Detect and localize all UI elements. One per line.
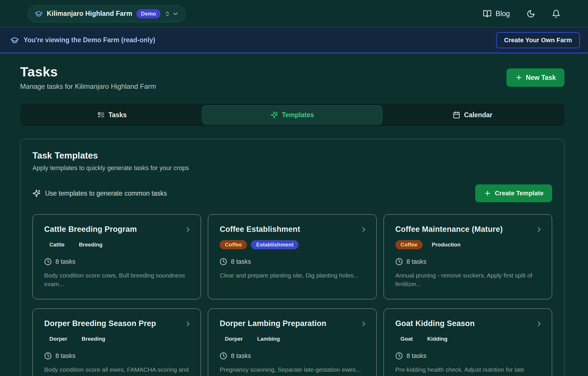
- view-tabs: Tasks Templates Calendar: [20, 104, 564, 126]
- farm-selector[interactable]: Kilimanjaro Highland Farm Demo: [28, 5, 185, 22]
- template-badges: CoffeeEstablishment: [220, 240, 365, 249]
- template-card[interactable]: Dorper Lambing Preparation DorperLambing…: [208, 308, 376, 376]
- moon-icon: [527, 9, 535, 18]
- chevron-down-icon: [172, 10, 179, 17]
- clock-icon: [395, 352, 403, 360]
- template-badges: GoatKidding: [395, 334, 540, 344]
- template-task-count: 8 tasks: [55, 352, 76, 360]
- create-your-own-farm-button[interactable]: Create Your Own Farm: [496, 32, 580, 48]
- template-badges: CoffeeProduction: [395, 240, 540, 249]
- clock-icon: [220, 352, 227, 360]
- graduation-cap-icon: [35, 10, 43, 18]
- create-template-button[interactable]: Create Template: [475, 184, 552, 202]
- farm-name: Kilimanjaro Highland Farm: [47, 10, 132, 18]
- chevron-right-icon: [360, 225, 368, 234]
- blog-label: Blog: [496, 9, 510, 18]
- tab-calendar[interactable]: Calendar: [382, 105, 563, 124]
- template-badge: Production: [427, 240, 466, 249]
- template-badge: Kidding: [422, 334, 453, 344]
- graduation-cap-icon: [10, 36, 19, 45]
- chevron-right-icon: [184, 225, 192, 234]
- tab-templates[interactable]: Templates: [202, 105, 382, 124]
- chevron-right-icon: [184, 320, 192, 328]
- template-description: Clear and prepare planting site, Dig pla…: [220, 271, 365, 280]
- template-badge: Cattle: [44, 240, 70, 249]
- blog-link[interactable]: Blog: [483, 9, 510, 18]
- chevrons-up-down-icon: [165, 11, 170, 17]
- top-header: Kilimanjaro Highland Farm Demo Blog: [0, 0, 588, 28]
- demo-badge: Demo: [136, 9, 161, 18]
- template-task-count: 8 tasks: [407, 258, 427, 265]
- clock-icon: [44, 352, 52, 360]
- clock-icon: [44, 258, 52, 265]
- template-description: Body condition score all ewes, FAMACHA s…: [44, 365, 189, 376]
- template-task-count: 8 tasks: [55, 258, 76, 265]
- template-badges: DorperBreeding: [44, 334, 189, 344]
- template-description: Annual pruning - remove suckers, Apply f…: [395, 271, 540, 289]
- template-title: Coffee Maintenance (Mature): [395, 225, 540, 234]
- chevron-right-icon: [535, 320, 543, 328]
- template-description: Pregnancy scanning, Separate late-gestat…: [220, 365, 365, 374]
- template-cards-grid: Cattle Breeding Program CattleBreeding 8…: [32, 214, 552, 376]
- demo-banner: You're viewing the Demo Farm (read-only)…: [0, 28, 588, 53]
- template-card[interactable]: Cattle Breeding Program CattleBreeding 8…: [32, 214, 201, 299]
- template-badge: Goat: [395, 334, 418, 344]
- template-badge: Coffee: [220, 240, 247, 249]
- template-badge: Breeding: [76, 334, 110, 344]
- template-badge: Breeding: [74, 240, 108, 249]
- section-subtitle: Apply templates to quickly generate task…: [32, 164, 552, 172]
- template-badge: Dorper: [220, 334, 248, 344]
- sparkles-icon: [32, 189, 40, 197]
- clock-icon: [220, 258, 227, 265]
- template-title: Dorper Lambing Preparation: [220, 319, 365, 328]
- clock-icon: [395, 258, 403, 265]
- book-open-icon: [483, 9, 492, 18]
- template-badge: Dorper: [44, 334, 72, 344]
- plus-icon: [515, 74, 523, 81]
- template-task-count: 8 tasks: [407, 352, 427, 360]
- template-title: Cattle Breeding Program: [44, 225, 189, 234]
- template-description: Pre-kidding health check, Adjust nutriti…: [395, 365, 540, 376]
- template-badges: CattleBreeding: [44, 240, 189, 249]
- bell-icon: [552, 9, 560, 18]
- plus-icon: [484, 190, 491, 197]
- template-task-count: 8 tasks: [231, 258, 251, 265]
- notifications-button[interactable]: [552, 9, 560, 18]
- banner-message: You're viewing the Demo Farm (read-only): [24, 36, 155, 44]
- task-templates-section: Task Templates Apply templates to quickl…: [20, 139, 564, 376]
- main-content: Tasks Manage tasks for Kilimanjaro Highl…: [0, 53, 588, 376]
- template-card[interactable]: Coffee Establishment CoffeeEstablishment…: [208, 214, 376, 299]
- template-description: Body condition score cows, Bull breeding…: [44, 271, 189, 289]
- template-title: Dorper Breeding Season Prep: [44, 319, 189, 328]
- chevron-right-icon: [360, 320, 368, 328]
- page-title: Tasks: [20, 64, 156, 80]
- template-badge: Establishment: [251, 240, 299, 249]
- template-badges: DorperLambing: [220, 334, 365, 344]
- template-task-count: 8 tasks: [231, 352, 251, 360]
- template-card[interactable]: Goat Kidding Season GoatKidding 8 tasks …: [384, 308, 552, 376]
- chevron-right-icon: [535, 225, 543, 234]
- sparkles-icon: [270, 111, 278, 119]
- template-badge: Lambing: [252, 334, 285, 344]
- template-badge: Coffee: [395, 240, 423, 249]
- new-task-button[interactable]: New Task: [506, 68, 564, 87]
- templates-hint: Use templates to generate common tasks: [45, 190, 167, 197]
- template-title: Goat Kidding Season: [395, 319, 540, 328]
- section-title: Task Templates: [32, 151, 552, 161]
- template-card[interactable]: Coffee Maintenance (Mature) CoffeeProduc…: [384, 214, 552, 299]
- template-title: Coffee Establishment: [220, 225, 365, 234]
- theme-toggle-button[interactable]: [527, 9, 535, 18]
- list-todo-icon: [97, 111, 105, 119]
- tab-tasks[interactable]: Tasks: [22, 105, 202, 124]
- page-subtitle: Manage tasks for Kilimanjaro Highland Fa…: [20, 82, 156, 90]
- template-card[interactable]: Dorper Breeding Season Prep DorperBreedi…: [32, 308, 201, 376]
- calendar-icon: [453, 111, 460, 119]
